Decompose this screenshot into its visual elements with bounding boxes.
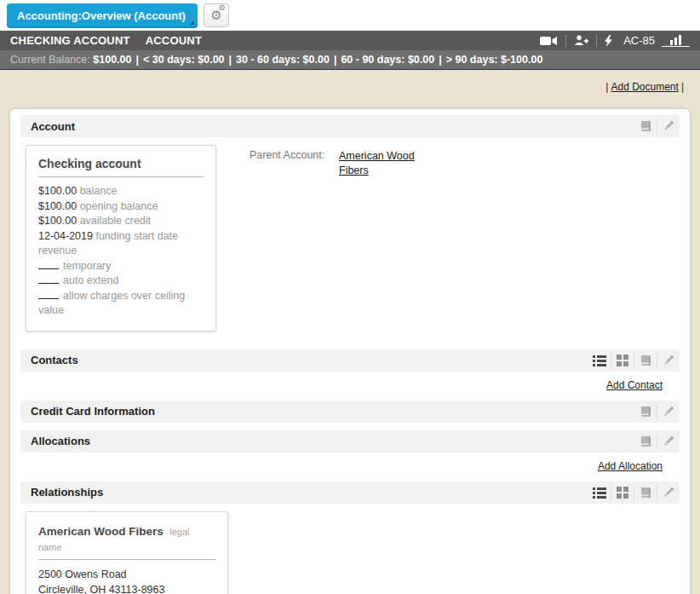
section-title: Relationships <box>31 486 103 499</box>
section-header-contacts: Contacts <box>20 349 680 372</box>
list-view-icon[interactable] <box>588 353 611 368</box>
account-field: $100.00 opening balance <box>38 199 204 215</box>
status-label: < 30 days: <box>143 54 195 66</box>
account-field-blank: auto extend <box>38 274 204 289</box>
grid-view-icon[interactable] <box>611 485 634 500</box>
add-contact-link[interactable]: Add Contact <box>606 379 663 391</box>
blank-value-line <box>38 274 59 284</box>
relationships-section-body: American Wood Fibers legal name 2500 Owe… <box>20 504 680 594</box>
section-actions <box>634 430 680 453</box>
pencil-icon[interactable] <box>657 485 680 500</box>
settings-button[interactable]: ⚙⚙ <box>204 3 229 27</box>
record-code: AC-85 <box>623 34 655 47</box>
status-value: $100.00 <box>93 54 131 66</box>
book-icon[interactable] <box>634 353 657 368</box>
status-value: $0.00 <box>303 54 330 66</box>
section-actions <box>588 349 680 372</box>
list-view-icon[interactable] <box>588 485 611 500</box>
parent-account-label: Parent Account: <box>250 149 339 332</box>
book-icon[interactable] <box>634 404 657 419</box>
status-value: $0.00 <box>198 54 224 66</box>
contacts-actions-row: Add Contact <box>20 372 680 401</box>
header-actions: AC-85 <box>532 34 690 47</box>
book-icon[interactable] <box>634 485 657 500</box>
main-panel: Account Checking account $100.00 balance… <box>10 109 690 594</box>
account-section-body: Checking account $100.00 balance $100.00… <box>20 137 680 349</box>
section-actions <box>588 482 680 504</box>
account-field: 12-04-2019 funding start date revenue <box>38 229 204 259</box>
add-person-icon[interactable] <box>566 35 596 46</box>
record-header-bar: CHECKING ACCOUNT ACCOUNT AC-85 <box>0 31 700 50</box>
section-header-allocations: Allocations <box>20 430 680 453</box>
tab-bar: Accounting:Overview (Account) ⚙⚙ <box>0 0 700 31</box>
blank-value-line <box>38 260 59 269</box>
status-separator: | <box>225 54 237 66</box>
section-header-relationships: Relationships <box>20 482 680 504</box>
parent-account-row: Parent Account: American Wood Fibers <box>250 145 417 332</box>
pipe-separator: | <box>679 81 686 93</box>
status-value: $-100.00 <box>501 54 542 66</box>
bar-chart-icon[interactable] <box>662 35 690 47</box>
tab-label: Accounting:Overview (Account) <box>17 9 186 22</box>
status-separator: | <box>131 54 143 66</box>
status-value: $0.00 <box>408 54 434 66</box>
video-camera-icon[interactable] <box>532 36 565 46</box>
record-type: ACCOUNT <box>146 34 202 47</box>
relationship-name: American Wood Fibers <box>38 525 164 538</box>
relationship-address-line2: Circleville, OH 43113-8963 <box>38 582 215 594</box>
document-actions-row: |Add Document| <box>0 70 700 109</box>
status-label: > 90 days: <box>446 54 498 66</box>
account-card[interactable]: Checking account $100.00 balance $100.00… <box>26 145 216 332</box>
parent-account-link[interactable]: American Wood Fibers <box>339 149 417 332</box>
section-actions <box>634 115 680 137</box>
status-label: 60 - 90 days: <box>341 54 405 66</box>
tab-accounting-overview[interactable]: Accounting:Overview (Account) <box>7 3 198 28</box>
allocations-actions-row: Add Allocation <box>20 453 680 482</box>
relationship-address-line1: 2500 Owens Road <box>38 567 215 582</box>
status-label: 30 - 60 days: <box>236 54 300 66</box>
book-icon[interactable] <box>634 434 657 449</box>
add-document-link[interactable]: Add Document <box>611 81 678 93</box>
section-title: Account <box>31 120 75 133</box>
aging-status-bar: Current Balance: $100.00 | < 30 days: $0… <box>0 50 700 70</box>
blank-value-line <box>38 290 59 299</box>
pencil-icon[interactable] <box>657 118 680 134</box>
account-card-title: Checking account <box>38 157 204 177</box>
lightning-icon[interactable] <box>597 35 620 47</box>
account-field-blank: allow charges over ceiling value <box>38 289 204 319</box>
account-field-blank: temporary <box>38 259 204 274</box>
add-allocation-link[interactable]: Add Allocation <box>598 460 663 472</box>
section-title: Credit Card Information <box>31 405 155 418</box>
tab-dropdown-arrow-icon <box>190 20 194 25</box>
pencil-icon[interactable] <box>657 353 680 368</box>
section-title: Allocations <box>31 435 90 447</box>
relationship-card-title-row: American Wood Fibers legal name <box>38 523 215 560</box>
relationship-card[interactable]: American Wood Fibers legal name 2500 Owe… <box>26 511 228 594</box>
grid-view-icon[interactable] <box>611 353 634 368</box>
gears-icon: ⚙⚙ <box>210 8 221 22</box>
record-title: CHECKING ACCOUNT <box>10 34 130 47</box>
section-header-account: Account <box>20 115 680 137</box>
account-field: $100.00 available credit <box>38 214 204 229</box>
section-title: Contacts <box>31 354 78 366</box>
status-label: Current Balance: <box>10 54 90 66</box>
section-header-credit-card: Credit Card Information <box>20 401 680 423</box>
pencil-icon[interactable] <box>657 434 680 449</box>
section-actions <box>634 401 680 423</box>
status-separator: | <box>330 54 341 66</box>
account-field: $100.00 balance <box>38 184 204 199</box>
pencil-icon[interactable] <box>657 404 680 419</box>
status-separator: | <box>434 54 446 66</box>
book-icon[interactable] <box>634 118 657 134</box>
